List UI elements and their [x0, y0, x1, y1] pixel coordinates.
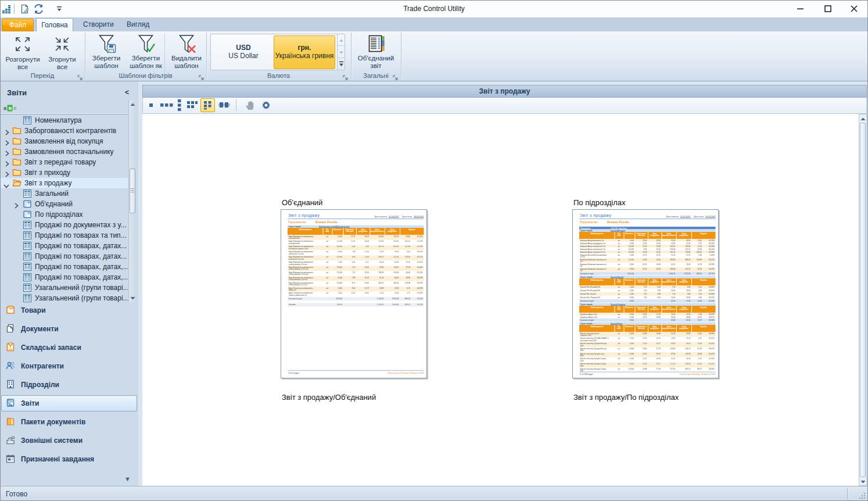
svg-text:с: с [14, 105, 17, 111]
svg-text:а: а [3, 105, 7, 111]
svg-text:в: в [9, 105, 12, 111]
